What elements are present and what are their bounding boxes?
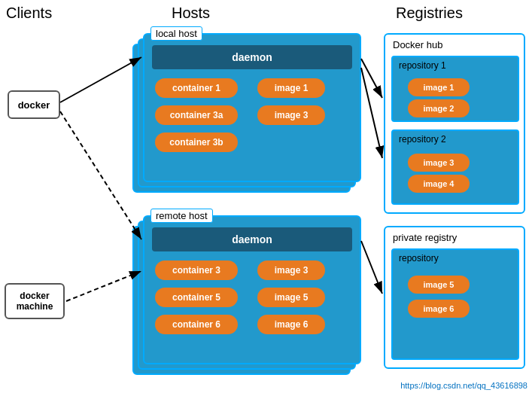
remote-image-6: image 6 bbox=[257, 315, 325, 334]
remote-image-5: image 5 bbox=[257, 288, 325, 307]
watermark: https://blog.csdn.net/qq_43616898 bbox=[400, 381, 527, 390]
private-image-5: image 5 bbox=[408, 276, 470, 294]
docker-machine-label: docker machine bbox=[17, 291, 53, 312]
remote-container-5: container 5 bbox=[155, 288, 238, 307]
remote-host-label: remote host bbox=[150, 209, 213, 223]
docker-client-label: docker bbox=[18, 99, 50, 111]
svg-line-7 bbox=[361, 241, 382, 294]
docker-hub-title: Docker hub bbox=[393, 39, 442, 50]
local-image-1: image 1 bbox=[257, 78, 325, 98]
local-container-1: container 1 bbox=[155, 78, 238, 98]
hub-image-3: image 3 bbox=[408, 154, 470, 172]
docker-client-box: docker bbox=[8, 90, 60, 119]
local-container-3b: container 3b bbox=[155, 133, 238, 152]
local-daemon-bar: daemon bbox=[152, 45, 352, 69]
diagram-container: Clients Hosts Registries local host daem… bbox=[0, 0, 532, 393]
svg-line-5 bbox=[361, 59, 382, 98]
hub-image-1: image 1 bbox=[408, 78, 470, 96]
local-image-3: image 3 bbox=[257, 105, 325, 125]
remote-container-3: container 3 bbox=[155, 260, 238, 280]
remote-container-6: container 6 bbox=[155, 315, 238, 334]
repo2-label: repository 2 bbox=[399, 134, 446, 145]
svg-line-2 bbox=[60, 57, 141, 102]
hub-image-4: image 4 bbox=[408, 175, 470, 193]
clients-header: Clients bbox=[6, 5, 52, 22]
private-registry-title: private registry bbox=[393, 232, 457, 243]
svg-line-3 bbox=[60, 111, 141, 239]
private-repo-box: repository image 5 image 6 bbox=[391, 248, 519, 360]
svg-line-4 bbox=[66, 271, 141, 301]
private-image-6: image 6 bbox=[408, 300, 470, 318]
remote-daemon-bar: daemon bbox=[152, 227, 352, 251]
svg-line-6 bbox=[361, 68, 382, 158]
repo1-label: repository 1 bbox=[399, 60, 446, 71]
private-repo-label: repository bbox=[399, 253, 439, 264]
repo1-box: repository 1 image 1 image 2 bbox=[391, 56, 519, 122]
hosts-header: Hosts bbox=[172, 5, 210, 22]
private-registry-box: private registry repository image 5 imag… bbox=[384, 226, 525, 369]
local-container-3a: container 3a bbox=[155, 105, 238, 125]
docker-machine-box: docker machine bbox=[5, 283, 65, 319]
docker-hub-box: Docker hub repository 1 image 1 image 2 … bbox=[384, 33, 525, 214]
remote-host-box: remote host daemon container 3 image 3 c… bbox=[143, 215, 361, 364]
local-host-label: local host bbox=[150, 26, 202, 41]
registries-header: Registries bbox=[396, 5, 463, 22]
remote-image-3: image 3 bbox=[257, 260, 325, 280]
repo2-box: repository 2 image 3 image 4 bbox=[391, 129, 519, 205]
local-host-box: local host daemon container 1 image 1 co… bbox=[143, 33, 361, 182]
hub-image-2: image 2 bbox=[408, 99, 470, 117]
